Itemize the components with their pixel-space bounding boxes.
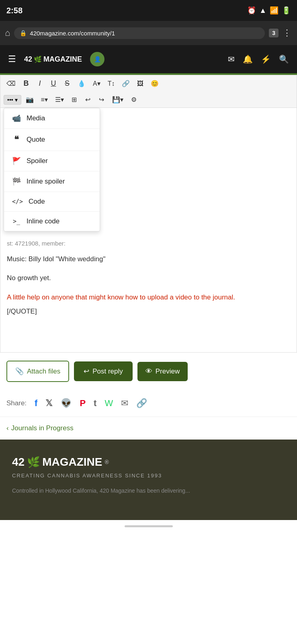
footer-logo-magazine: MAGAZINE [42,456,102,469]
logo-text: 42 [24,55,32,64]
tab-count[interactable]: 3 [269,29,279,37]
search-icon[interactable]: 🔍 [279,54,289,64]
logo-leaf: 🌿 [34,56,42,63]
editor-content[interactable]: st: 4721908, member: Music: Billy Idol "… [0,231,297,352]
footer-registered: ® [104,459,109,465]
editor-container: ⌫ B I U S 💧 A▾ T↕ 🔗 🖼 😊 ••• ▾ 📷 ≡▾ ☰▾ ⊞ … [0,75,297,353]
toolbar-row-2: ••• ▾ 📷 ≡▾ ☰▾ ⊞ ↩ ↪ 💾▾ ⚙ [0,92,297,107]
post-reply-icon: ↩ [84,367,89,376]
mail-icon[interactable]: ✉ [228,54,235,64]
browser-more-icon[interactable]: ⋮ [283,28,292,38]
no-growth-text: No growth yet. [7,274,51,282]
attach-label: Attach files [27,367,60,376]
hamburger-icon[interactable]: ☰ [8,54,16,64]
redo-button[interactable]: ↪ [96,94,108,105]
attach-files-button[interactable]: 📎 Attach files [6,361,69,382]
footer-logo: 42 🌿 MAGAZINE ® [12,456,285,469]
breadcrumb-link[interactable]: ‹ Journals in Progress [6,424,291,432]
pinterest-share-icon[interactable]: P [80,398,86,409]
browser-bar: ⌂ 🔒 420magazine.com/community/1 3 ⋮ [0,21,297,45]
preview-button[interactable]: 👁 Preview [137,362,188,381]
flash-icon[interactable]: ⚡ [261,54,271,64]
logo-magazine: MAGAZINE [43,55,82,64]
email-share-icon[interactable]: ✉ [121,398,128,409]
dropdown-label-quote: Quote [27,136,45,144]
tumblr-share-icon[interactable]: t [94,398,96,409]
editor-toolbar: ⌫ B I U S 💧 A▾ T↕ 🔗 🖼 😊 ••• ▾ 📷 ≡▾ ☰▾ ⊞ … [0,75,297,108]
quote-close-block: [/QUOTE] [7,306,290,317]
post-reply-button[interactable]: ↩ Post reply [74,361,133,381]
reddit-share-icon[interactable]: 👽 [61,398,72,409]
user-avatar[interactable]: 👤 [90,52,104,66]
preview-icon: 👁 [145,367,152,376]
dropdown-item-inline-spoiler[interactable]: 🏁 Inline spoiler [4,171,100,192]
quote-info: st: 4721908, member: [7,240,66,247]
site-logo[interactable]: 42🌿MAGAZINE [24,55,82,64]
dropdown-item-inline-code[interactable]: >_ Inline code [4,212,100,231]
post-reply-label: Post reply [92,367,123,376]
lock-icon: 🔒 [20,30,27,36]
bold-button[interactable]: B [20,78,32,89]
save-button[interactable]: 💾▾ [109,94,126,105]
list-button[interactable]: ☰▾ [52,94,67,105]
more-button[interactable]: ••• ▾ [4,95,21,105]
footer-logo-42: 42 [12,456,25,469]
facebook-share-icon[interactable]: f [35,398,37,409]
eraser-button[interactable]: ⌫ [4,78,18,89]
share-label: Share: [6,399,27,407]
dropdown-item-media[interactable]: 📹 Media [4,108,100,129]
settings-button[interactable]: ⚙ [128,94,140,105]
image-button[interactable]: 🖼 [134,78,146,89]
media-icon: 📹 [12,114,21,123]
url-bar[interactable]: 🔒 420magazine.com/community/1 [14,27,265,39]
url-text: 420magazine.com/community/1 [30,30,259,37]
twitter-share-icon[interactable]: 𝕏 [45,398,53,409]
spoiler-icon: 🚩 [12,157,21,165]
font-size-button[interactable]: T↕ [105,78,118,89]
dropdown-label-spoiler: Spoiler [27,157,48,165]
whatsapp-share-icon[interactable]: W [104,398,113,409]
dropdown-item-quote[interactable]: ❝ Quote [4,129,100,151]
dropdown-label-inline-spoiler: Inline spoiler [27,178,65,186]
dropdown-label-code: Code [29,198,45,206]
quote-block: st: 4721908, member: [7,238,290,249]
attach-icon: 📎 [15,367,24,376]
dropdown-item-spoiler[interactable]: 🚩 Spoiler [4,151,100,171]
strikethrough-button[interactable]: S [61,78,73,89]
toolbar-row-1: ⌫ B I U S 💧 A▾ T↕ 🔗 🖼 😊 [0,75,297,92]
emoji-button[interactable]: 😊 [148,78,162,89]
status-bar: 2:58 ⏰ ▲ 📶 🔋 [0,0,297,21]
back-icon: ‹ [6,424,9,432]
dropdown-label-inline-code: Inline code [27,217,59,225]
copy-link-icon[interactable]: 🔗 [136,398,147,409]
quote-close-tag: [/QUOTE] [7,308,37,315]
align-button[interactable]: ≡▾ [38,94,51,105]
battery-icon: 🔋 [282,6,291,15]
font-color-button[interactable]: A▾ [90,78,103,89]
preview-label: Preview [156,367,180,376]
camera-button[interactable]: 📷 [23,94,37,105]
breadcrumb-bar: ‹ Journals in Progress [0,417,297,440]
status-time: 2:58 [6,6,23,15]
dropdown-item-code[interactable]: </> Code [4,192,100,212]
color-button[interactable]: 💧 [75,78,88,89]
nav-header: ☰ 42🌿MAGAZINE 👤 ✉ 🔔 ⚡ 🔍 [0,45,297,73]
underline-button[interactable]: U [47,78,59,89]
music-text: Music: Billy Idol "White wedding" [7,255,105,263]
footer-tagline: CREATING CANNABIS AWARENESS SINCE 1993 [12,473,285,479]
footer: 42 🌿 MAGAZINE ® CREATING CANNABIS AWAREN… [0,440,297,520]
action-area: 📎 Attach files ↩ Post reply 👁 Preview [0,353,297,390]
italic-button[interactable]: I [34,78,46,89]
status-icons: ⏰ ▲ 📶 🔋 [247,6,291,15]
table-button[interactable]: ⊞ [68,94,80,105]
inline-spoiler-icon: 🏁 [12,177,21,186]
wifi-icon: ▲ [259,6,266,15]
quote-icon: ❝ [12,134,21,145]
home-icon[interactable]: ⌂ [5,28,10,38]
highlighted-block: A little help on anyone that might know … [7,292,290,303]
link-button[interactable]: 🔗 [119,78,133,89]
bell-icon[interactable]: 🔔 [243,54,253,64]
inline-code-icon: >_ [12,218,21,225]
undo-button[interactable]: ↩ [82,94,94,105]
home-indicator [0,520,297,532]
